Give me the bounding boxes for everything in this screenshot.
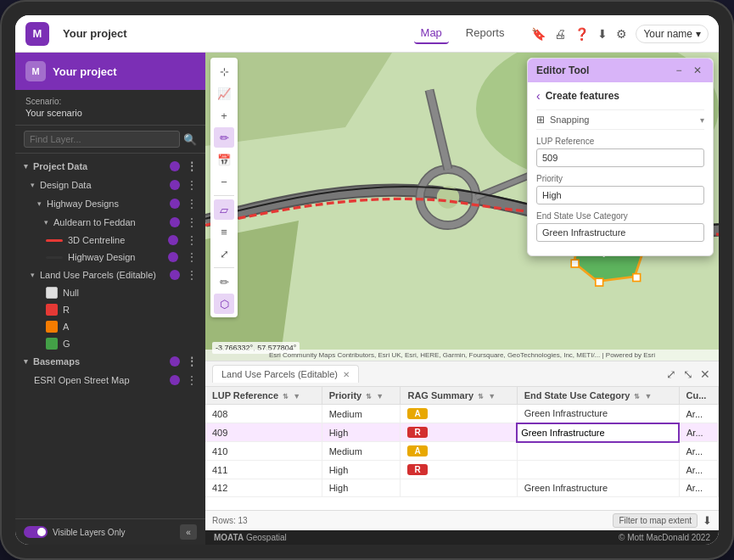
sidebar-item-3d-centreline[interactable]: 3D Centreline ⋮ xyxy=(15,232,205,249)
table-tab-label: Land Use Parcels (Editable) xyxy=(221,369,338,379)
calendar-tool-button[interactable]: 📅 xyxy=(214,149,234,170)
lup-reference-label: LUP Reference xyxy=(536,137,704,146)
filter-icon[interactable]: ▼ xyxy=(645,392,653,400)
help-icon[interactable]: ❓ xyxy=(574,27,589,41)
highway-design-badge xyxy=(168,252,178,262)
table-row[interactable]: 410 Medium A Ar... xyxy=(205,442,719,461)
zoom-out-button[interactable]: − xyxy=(214,171,234,192)
sidebar-item-highway-designs[interactable]: ▾ Highway Designs ⋮ xyxy=(15,194,205,213)
sidebar-item-esri[interactable]: ESRI Open Street Map ⋮ xyxy=(15,371,205,389)
cell-priority: High xyxy=(322,461,401,479)
centreline-color-swatch xyxy=(46,239,63,242)
sidebar-item-land-use[interactable]: ▾ Land Use Parcels (Editable) ⋮ xyxy=(15,266,205,284)
editor-panel-body: ‹ Create features ⊞ Snapping ▾ LUP Refer… xyxy=(528,82,713,255)
search-icon[interactable]: 🔍 xyxy=(183,133,197,146)
toolbar-divider2 xyxy=(214,267,234,268)
bookmark-icon[interactable]: 🔖 xyxy=(531,27,546,41)
back-button[interactable]: ‹ xyxy=(536,89,541,103)
cell-priority: High xyxy=(322,423,401,442)
sidebar-item-design-data[interactable]: ▾ Design Data ⋮ xyxy=(15,176,205,194)
download-table-icon[interactable]: ⬇ xyxy=(703,514,712,527)
user-menu[interactable]: Your name ▾ xyxy=(636,25,709,43)
rows-count: Rows: 13 xyxy=(212,516,248,525)
priority-input[interactable] xyxy=(536,186,704,204)
project-title: Your project xyxy=(63,27,127,40)
list-tool-button[interactable]: ≡ xyxy=(214,221,234,242)
highway-designs-menu-icon[interactable]: ⋮ xyxy=(187,198,197,210)
zoom-in-button[interactable]: + xyxy=(214,105,234,126)
polygon-button[interactable]: ⬡ xyxy=(214,294,234,314)
layer-search-input[interactable] xyxy=(24,131,180,148)
centreline-badge xyxy=(168,235,178,245)
land-use-menu-icon[interactable]: ⋮ xyxy=(187,269,197,281)
arrow-icon: ▾ xyxy=(37,199,42,208)
esri-menu-icon[interactable]: ⋮ xyxy=(187,374,197,386)
col-lup-reference[interactable]: LUP Reference ⇅ ▼ xyxy=(205,387,322,405)
col-end-state[interactable]: End State Use Category ⇅ ▼ xyxy=(517,387,679,405)
cell-priority: Medium xyxy=(322,442,401,461)
design-data-menu-icon[interactable]: ⋮ xyxy=(187,179,197,191)
edit-polygon-button[interactable]: ▱ xyxy=(214,199,234,220)
land-use-label: Land Use Parcels (Editable) xyxy=(40,270,156,280)
end-state-input[interactable] xyxy=(536,223,704,242)
print-icon[interactable]: 🖨 xyxy=(554,27,566,41)
minimize-button[interactable]: − xyxy=(672,64,686,77)
settings-icon[interactable]: ⚙ xyxy=(616,27,627,41)
sidebar-collapse-button[interactable]: « xyxy=(180,524,197,540)
end-state-edit-input[interactable] xyxy=(521,428,675,438)
collapse-table-button[interactable]: ⤡ xyxy=(681,366,695,383)
draw-button[interactable]: ✏ xyxy=(214,272,234,292)
filter-icon[interactable]: ▼ xyxy=(376,392,384,400)
sidebar-logo: M xyxy=(25,61,46,81)
tab-map[interactable]: Map xyxy=(414,23,449,44)
visible-layers-toggle[interactable] xyxy=(24,526,48,538)
cell-cu: Ar... xyxy=(679,405,719,423)
project-data-menu-icon[interactable]: ⋮ xyxy=(187,160,197,172)
table-row[interactable]: 411 High R Ar... xyxy=(205,461,719,479)
filter-icon[interactable]: ▼ xyxy=(293,392,300,400)
snapping-icon: ⊞ xyxy=(536,114,545,126)
main-content: M Your project Scenario: Your scenario 🔍… xyxy=(15,53,719,545)
cell-lup: 408 xyxy=(205,405,322,423)
centreline-menu-icon[interactable]: ⋮ xyxy=(187,234,197,246)
legend-a: A xyxy=(15,318,205,335)
sidebar-item-auldearn[interactable]: ▾ Auldearn to Feddan ⋮ xyxy=(15,213,205,232)
filter-to-extent-button[interactable]: Filter to map extent xyxy=(613,513,698,528)
expand-table-button[interactable]: ⤢ xyxy=(664,366,678,383)
sidebar-item-project-data[interactable]: ▾ Project Data ⋮ xyxy=(15,157,205,176)
priority-field: Priority xyxy=(536,174,704,204)
end-state-field: End State Use Category xyxy=(536,211,704,242)
screen: M Your project Map Reports 🔖 🖨 ❓ ⬇ ⚙ You… xyxy=(15,15,719,545)
select-tool-button[interactable]: ⊹ xyxy=(214,61,234,81)
basemaps-label: Basemaps xyxy=(33,356,80,367)
extent-button[interactable]: ⤢ xyxy=(214,244,234,264)
end-state-label: End State Use Category xyxy=(536,211,704,221)
cell-cu: Ar... xyxy=(679,442,719,461)
highway-design-menu-icon[interactable]: ⋮ xyxy=(187,251,197,263)
map-toolbar: ⊹ 📈 + ✏ 📅 − ▱ ≡ ⤢ ✏ ⬡ xyxy=(210,58,238,317)
table-tab-land-use[interactable]: Land Use Parcels (Editable) ✕ xyxy=(212,365,359,383)
table-row[interactable]: 409 High R Ar... xyxy=(205,423,719,442)
table-row[interactable]: 412 High Green Infrastructure Ar... xyxy=(205,479,719,497)
chart-tool-button[interactable]: 📈 xyxy=(214,83,234,104)
table-tab-close-button[interactable]: ✕ xyxy=(343,370,350,379)
table-row[interactable]: 408 Medium A Green Infrastructure Ar... xyxy=(205,405,719,423)
download-icon[interactable]: ⬇ xyxy=(597,27,608,41)
sidebar-item-basemaps[interactable]: ▾ Basemaps ⋮ xyxy=(15,352,205,371)
lup-reference-input[interactable] xyxy=(536,148,704,167)
close-table-button[interactable]: ✕ xyxy=(698,366,712,383)
col-priority[interactable]: Priority ⇅ ▼ xyxy=(322,387,401,405)
cell-end-state-editing[interactable] xyxy=(517,423,679,442)
tab-reports[interactable]: Reports xyxy=(459,23,512,44)
sidebar-item-highway-design[interactable]: Highway Design ⋮ xyxy=(15,249,205,266)
filter-icon[interactable]: ▼ xyxy=(488,392,496,400)
col-cu[interactable]: Cu... xyxy=(679,387,719,405)
cell-end-state xyxy=(517,442,679,461)
scenario-value: Your scenario xyxy=(25,108,195,118)
auldearn-menu-icon[interactable]: ⋮ xyxy=(187,216,197,228)
basemaps-menu-icon[interactable]: ⋮ xyxy=(187,356,197,367)
pencil-tool-button[interactable]: ✏ xyxy=(214,127,234,148)
map-container[interactable]: + ⊹ 📈 + ✏ 📅 − ▱ ≡ ⤢ xyxy=(205,53,719,361)
close-button[interactable]: ✕ xyxy=(691,64,704,77)
col-rag-summary[interactable]: RAG Summary ⇅ ▼ xyxy=(401,387,517,405)
